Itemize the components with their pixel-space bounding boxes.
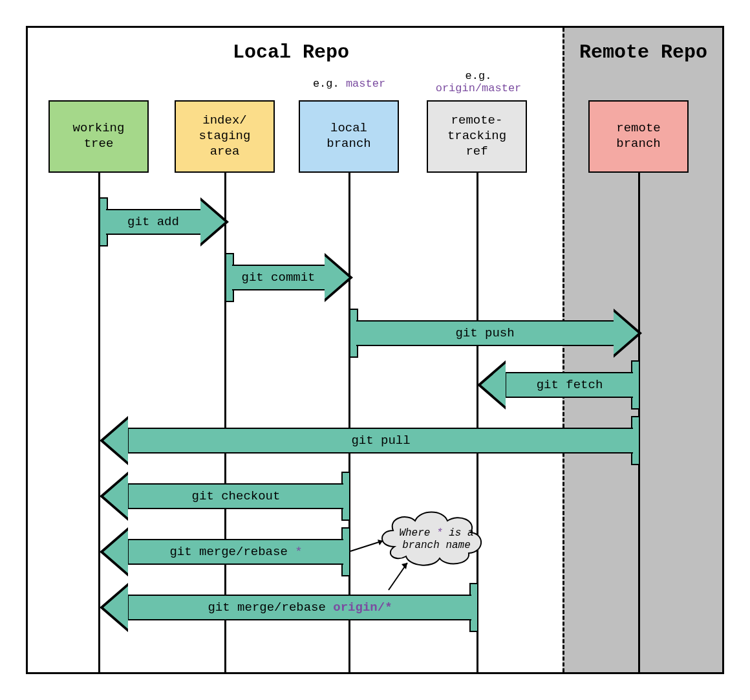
arrow-pull: git pull <box>127 428 633 454</box>
arrow-merge-origin-head <box>100 583 128 632</box>
lane-local-branch: local branch <box>299 100 399 173</box>
arrow-push-head <box>614 309 642 358</box>
lane-staging-area: index/ staging area <box>175 100 275 173</box>
cloud-connector-2 <box>385 562 423 594</box>
lane-remote-tracking-ref: remote- tracking ref <box>427 100 527 173</box>
local-repo-title: Local Repo <box>194 41 388 63</box>
arrow-fetch: git fetch <box>505 372 633 398</box>
remote-repo-title: Remote Repo <box>569 41 718 63</box>
lane-working-tree: working tree <box>48 100 149 173</box>
arrow-fetch-head <box>477 360 506 410</box>
eg-master-label: e.g. master <box>291 78 407 90</box>
eg-origin-master-label: e.g.origin/master <box>420 70 537 94</box>
local-remote-divider <box>562 28 564 672</box>
arrow-commit-head <box>325 253 353 302</box>
arrow-add-head <box>200 197 229 246</box>
arrow-merge-origin: git merge/rebase origin/* <box>127 595 471 620</box>
arrow-pull-head <box>100 416 128 465</box>
arrow-commit: git commit <box>232 265 326 290</box>
svg-marker-3 <box>402 563 407 569</box>
arrow-checkout-head <box>100 472 128 521</box>
cloud-text: Where * is a branch name <box>391 527 482 552</box>
arrow-checkout: git checkout <box>127 483 343 509</box>
arrow-add: git add <box>106 209 202 235</box>
arrow-merge-star: git merge/rebase * <box>127 539 343 565</box>
lane-remote-branch: remote branch <box>588 100 689 173</box>
svg-line-0 <box>350 541 383 551</box>
arrow-push: git push <box>356 320 615 346</box>
cloud-connector-1 <box>349 537 401 556</box>
arrow-merge-star-head <box>100 527 128 576</box>
